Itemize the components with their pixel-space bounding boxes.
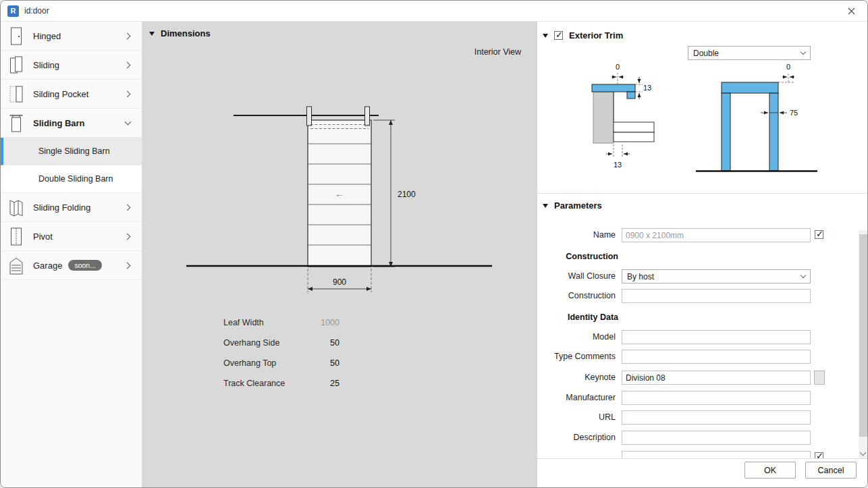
chevron-right-icon (124, 32, 131, 39)
wall-closure-dropdown[interactable]: By host (622, 269, 811, 283)
description-input[interactable] (622, 431, 811, 445)
chevron-right-icon (124, 204, 131, 211)
param-value[interactable]: 50 (330, 358, 340, 368)
elev-dim-top: 0 (786, 63, 790, 71)
pivot-door-icon (9, 227, 24, 246)
dimensions-panel: Dimensions Interior View (142, 22, 537, 487)
sidebar-item-garage[interactable]: Garage soon... (1, 251, 142, 280)
sidebar-item-label: Pivot (33, 232, 53, 242)
sidebar-subitem-label: Double Sliding Barn (38, 174, 113, 184)
construction-header: Construction (537, 252, 618, 261)
width-dim-text: 900 (333, 277, 346, 287)
scrollbar-track[interactable] (859, 230, 868, 458)
trim-style-dropdown[interactable]: Double (688, 46, 811, 60)
type-comments-label: Type Comments (537, 350, 616, 364)
door-type-sidebar: Hinged Sliding Silding Pocket Sliding Ba… (1, 22, 142, 487)
manufacturer-input[interactable] (622, 391, 811, 405)
sidebar-subitem-double-sliding-barn[interactable]: Double Sliding Barn (1, 165, 142, 193)
sidebar-item-hinged[interactable]: Hinged (1, 22, 142, 51)
wall-closure-label: Wall Closure (537, 269, 616, 283)
construction-input[interactable] (622, 289, 811, 303)
manufacturer-row: Manufacturer (537, 391, 867, 405)
height-dim-text: 2100 (398, 190, 416, 199)
app-icon: R (7, 5, 19, 17)
param-row-leaf-width: Leaf Width 1000 (223, 313, 340, 333)
chevron-down-icon (125, 119, 132, 126)
keynote-browse-button[interactable] (814, 371, 825, 385)
url-row: URL (537, 410, 867, 425)
close-button[interactable] (842, 3, 861, 19)
param-row-overhang-top: Overhang Top 50 (223, 353, 340, 373)
exterior-trim-section-title: Exterior Trim (569, 30, 623, 40)
hinged-door-icon (9, 26, 24, 45)
param-row-track-clearance: Track Clearance 25 (223, 373, 340, 394)
type-comments-row: Type Comments (537, 350, 867, 364)
manufacturer-label: Manufacturer (537, 391, 616, 405)
chevron-right-icon (124, 61, 131, 68)
chevron-right-icon (124, 233, 131, 240)
trim-elevation-drawing: 0 75 (689, 62, 824, 177)
sidebar-item-label: Sliding Folding (33, 202, 90, 213)
url-input[interactable] (622, 410, 811, 425)
trim-plan-detail-drawing: 0 13 13 (574, 62, 669, 173)
elev-dim-side: 75 (790, 109, 798, 117)
slide-direction-arrow: ← (335, 188, 344, 199)
door-elevation-drawing: ← 2100 900 (142, 22, 537, 488)
cancel-button[interactable]: Cancel (805, 462, 857, 479)
description-label: Description (537, 431, 616, 445)
param-label: Overhang Top (223, 358, 276, 368)
type-comments-input[interactable] (622, 350, 811, 364)
param-label: Leaf Width (223, 318, 264, 327)
trim-style-value: Double (693, 49, 719, 58)
sidebar-item-sliding-barn[interactable]: Sliding Barn (1, 109, 142, 138)
section-divider (537, 193, 867, 194)
model-input[interactable] (622, 330, 811, 344)
sidebar-item-sliding-folding[interactable]: Sliding Folding (1, 193, 142, 222)
parameters-section-title: Parameters (554, 200, 602, 211)
dialog-footer: OK Cancel (537, 458, 867, 487)
param-label: Track Clearance (223, 379, 285, 388)
pocket-door-icon (9, 84, 24, 103)
exterior-trim-checkbox[interactable] (554, 31, 563, 40)
collapse-triangle-icon[interactable] (543, 204, 548, 208)
properties-panel: Exterior Trim Double 0 (537, 22, 867, 487)
name-input[interactable] (622, 228, 811, 242)
construction-row: Construction (537, 289, 867, 303)
name-lock-checkbox[interactable] (815, 230, 823, 239)
chevron-right-icon (124, 90, 131, 97)
name-row: Name (537, 228, 867, 242)
model-row: Model (537, 330, 867, 344)
title-bar: R id:door (1, 1, 867, 22)
sidebar-subitem-single-sliding-barn[interactable]: Single Sliding Barn (1, 138, 142, 165)
barn-door-icon (9, 113, 24, 132)
sidebar-subitem-label: Single Sliding Barn (38, 146, 110, 156)
param-value[interactable]: 25 (330, 379, 340, 388)
sidebar-item-label: Sliding Barn (33, 118, 85, 128)
param-row-overhang-side: Overhang Side 50 (223, 333, 340, 353)
keynote-label: Keynote (537, 371, 616, 385)
param-value[interactable]: 50 (330, 338, 340, 348)
construction-label: Construction (537, 289, 616, 303)
close-icon (848, 7, 855, 15)
ok-button[interactable]: OK (744, 462, 796, 479)
plan-dim-side: 13 (643, 84, 651, 92)
folding-door-icon (9, 198, 24, 217)
sidebar-item-label: Sliding (33, 60, 59, 70)
garage-door-icon (9, 256, 24, 275)
name-label: Name (537, 228, 616, 242)
sidebar-item-pivot[interactable]: Pivot (1, 222, 142, 251)
collapse-triangle-icon[interactable] (543, 34, 548, 38)
wall-closure-value: By host (627, 272, 654, 281)
dimension-parameters-list: Leaf Width 1000 Overhang Side 50 Overhan… (223, 313, 340, 394)
chevron-down-icon (801, 49, 806, 55)
keynote-input[interactable] (622, 371, 811, 385)
id-door-dialog: R id:door Hinged Sliding (0, 0, 868, 488)
sidebar-item-sliding[interactable]: Sliding (1, 51, 142, 80)
sidebar-item-sliding-pocket[interactable]: Silding Pocket (1, 80, 142, 109)
wall-closure-row: Wall Closure By host (537, 269, 867, 283)
param-value: 1000 (321, 318, 340, 327)
scrollbar-down-arrow-icon[interactable] (860, 450, 867, 456)
url-label: URL (537, 410, 616, 425)
scrollbar-thumb[interactable] (859, 234, 867, 437)
sidebar-item-label: Silding Pocket (33, 89, 88, 99)
